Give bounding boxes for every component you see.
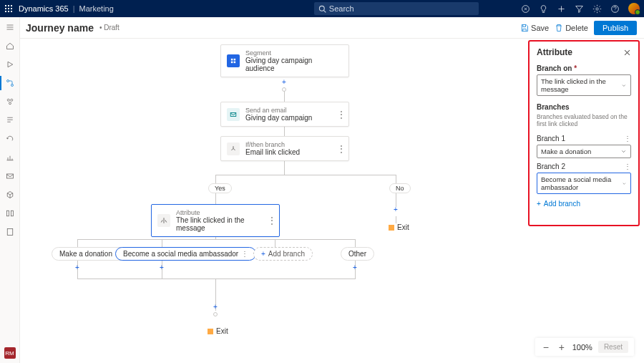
lightbulb-icon[interactable] bbox=[539, 4, 548, 14]
add-step-button[interactable]: + bbox=[211, 302, 220, 311]
branch-on-label: Branch on * bbox=[537, 64, 631, 72]
add-step-button[interactable]: + bbox=[351, 263, 359, 271]
zoom-reset-button[interactable]: Reset bbox=[598, 341, 628, 353]
add-branch-link[interactable]: +Add branch bbox=[537, 200, 631, 208]
branch-1-label: Branch 1 bbox=[537, 135, 565, 142]
segments-icon[interactable] bbox=[4, 96, 16, 107]
zoom-in-button[interactable]: + bbox=[557, 342, 567, 353]
assistant-icon[interactable] bbox=[521, 4, 530, 14]
add-step-button[interactable]: + bbox=[391, 205, 400, 213]
svg-rect-14 bbox=[234, 59, 236, 61]
search-icon bbox=[318, 5, 326, 13]
svg-rect-16 bbox=[234, 62, 236, 64]
node-more-icon[interactable]: ⋮ bbox=[268, 216, 276, 226]
global-search[interactable]: Search bbox=[314, 2, 479, 15]
settings-icon[interactable] bbox=[592, 4, 602, 14]
svg-rect-17 bbox=[230, 112, 236, 116]
left-nav-rail: RM bbox=[0, 17, 20, 363]
close-icon[interactable] bbox=[623, 49, 631, 57]
svg-point-5 bbox=[11, 84, 13, 87]
global-header: Dynamics 365 | Marketing Search bbox=[0, 0, 644, 17]
svg-rect-15 bbox=[231, 62, 233, 64]
svg-rect-9 bbox=[6, 174, 13, 178]
save-button[interactable]: Save bbox=[520, 24, 549, 32]
module-name: Marketing bbox=[79, 4, 114, 13]
command-bar: Journey name • Draft Save Delete Publish bbox=[0, 17, 644, 39]
flag-icon bbox=[208, 329, 213, 334]
branch-more-icon[interactable]: ⋮ bbox=[624, 135, 631, 142]
yes-label: Yes bbox=[208, 183, 232, 193]
branch-on-select[interactable]: The link clicked in the message bbox=[537, 74, 631, 96]
attribute-icon bbox=[157, 214, 170, 227]
flag-icon bbox=[389, 225, 394, 231]
svg-rect-13 bbox=[231, 59, 233, 61]
columns-icon[interactable] bbox=[4, 208, 16, 219]
connector-dot bbox=[282, 87, 286, 92]
add-step-button[interactable]: + bbox=[73, 263, 82, 271]
branch-pill[interactable]: Become a social media ambassador ⋮ bbox=[115, 247, 256, 261]
panel-title: Attribute bbox=[537, 47, 572, 57]
add-icon[interactable] bbox=[557, 4, 566, 14]
email-node[interactable]: Send an email Giving day campaign ⋮ bbox=[220, 102, 349, 127]
save-icon bbox=[520, 24, 529, 32]
home-icon[interactable] bbox=[4, 40, 16, 52]
svg-point-7 bbox=[10, 99, 12, 101]
publish-button[interactable]: Publish bbox=[594, 21, 637, 35]
node-more-icon[interactable]: ⋮ bbox=[337, 110, 346, 120]
node-more-icon[interactable]: ⋮ bbox=[337, 144, 346, 154]
filter-icon[interactable] bbox=[575, 4, 584, 14]
app-launcher-icon[interactable] bbox=[4, 4, 13, 13]
forms-icon[interactable] bbox=[4, 115, 16, 126]
segment-node[interactable]: Segment Giving day campaign audience bbox=[220, 44, 349, 77]
zoom-value: 100% bbox=[572, 343, 592, 352]
email-icon[interactable] bbox=[4, 170, 16, 182]
refresh-icon[interactable] bbox=[4, 133, 16, 145]
branches-label: Branches bbox=[537, 103, 631, 111]
chevron-down-icon bbox=[621, 82, 627, 89]
send-email-icon bbox=[227, 108, 240, 121]
branch-icon bbox=[227, 142, 240, 155]
page-title: Journey name bbox=[26, 22, 94, 34]
branch-1-select[interactable]: Make a donation bbox=[537, 145, 631, 158]
exit-marker: Exit bbox=[389, 223, 409, 231]
branch-node[interactable]: If/then branch Email link clicked ⋮ bbox=[220, 136, 349, 161]
zoom-out-button[interactable]: − bbox=[541, 342, 551, 353]
hamburger-icon[interactable] bbox=[4, 21, 16, 33]
svg-point-2 bbox=[596, 7, 598, 9]
svg-point-8 bbox=[9, 102, 11, 105]
play-icon[interactable] bbox=[4, 59, 16, 70]
connector-dot bbox=[213, 312, 218, 316]
page-icon[interactable] bbox=[4, 226, 16, 238]
add-step-button[interactable]: + bbox=[280, 77, 288, 86]
user-avatar[interactable] bbox=[628, 3, 640, 14]
area-switcher[interactable]: RM bbox=[4, 347, 16, 359]
help-icon[interactable] bbox=[610, 4, 620, 14]
chevron-down-icon bbox=[622, 180, 627, 187]
other-pill[interactable]: Other bbox=[341, 247, 374, 261]
exit-marker: Exit bbox=[208, 327, 228, 335]
branch-2-label: Branch 2 bbox=[537, 163, 565, 170]
svg-point-6 bbox=[7, 99, 9, 101]
svg-point-4 bbox=[6, 80, 9, 82]
delete-button[interactable]: Delete bbox=[555, 24, 588, 32]
add-branch-pill[interactable]: +Add branch bbox=[253, 247, 313, 261]
zoom-controls: − + 100% Reset bbox=[535, 338, 634, 356]
package-icon[interactable] bbox=[4, 189, 16, 200]
segment-icon bbox=[227, 54, 240, 67]
chevron-down-icon bbox=[620, 148, 627, 155]
delete-icon bbox=[555, 24, 563, 32]
analytics-icon[interactable] bbox=[4, 152, 16, 163]
attribute-node[interactable]: Attribute The link clicked in the messag… bbox=[151, 204, 280, 237]
branches-hint: Branches evaluated based on the first li… bbox=[537, 113, 631, 127]
pill-more-icon[interactable]: ⋮ bbox=[241, 250, 248, 258]
branch-more-icon[interactable]: ⋮ bbox=[624, 163, 631, 170]
svg-point-0 bbox=[319, 6, 324, 11]
svg-rect-11 bbox=[11, 210, 13, 216]
svg-rect-10 bbox=[6, 210, 9, 216]
journey-icon[interactable] bbox=[4, 77, 16, 89]
product-name: Dynamics 365 bbox=[19, 4, 69, 13]
attribute-panel: Attribute Branch on * The link clicked i… bbox=[528, 40, 640, 226]
branch-2-select[interactable]: Become a social media ambassador bbox=[537, 173, 631, 194]
svg-rect-12 bbox=[7, 229, 13, 236]
add-step-button[interactable]: + bbox=[157, 263, 166, 271]
